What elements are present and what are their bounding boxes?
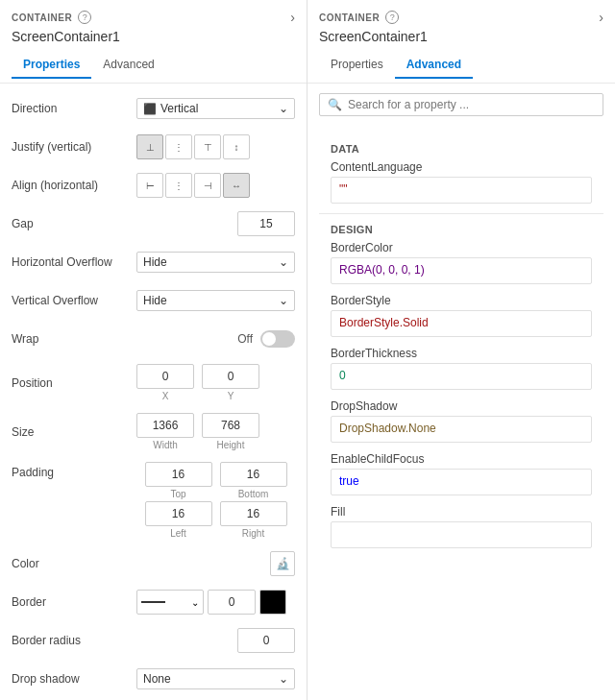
content-language-label: ContentLanguage — [331, 160, 592, 174]
align-btn-4[interactable]: ↔ — [223, 173, 250, 198]
border-style-value[interactable]: BorderStyle.Solid — [331, 310, 592, 337]
border-style-text: BorderStyle.Solid — [339, 316, 429, 329]
justify-btn-2[interactable]: ⋮ — [165, 134, 192, 159]
section-divider-1 — [319, 213, 603, 214]
right-panel-title: ScreenContainer1 — [319, 29, 603, 44]
padding-top-field: Top — [145, 462, 212, 499]
size-row: Size Width Height — [12, 413, 295, 450]
size-height-input[interactable] — [202, 413, 259, 438]
fill-value[interactable] — [331, 521, 592, 548]
drop-shadow-select[interactable]: None ⌄ — [136, 668, 295, 689]
left-help-icon[interactable]: ? — [78, 11, 91, 24]
border-color-swatch[interactable] — [259, 590, 286, 615]
padding-top-input[interactable] — [145, 462, 212, 487]
color-row: Color 🔬 — [12, 550, 295, 577]
tab-properties-left[interactable]: Properties — [12, 52, 91, 79]
padding-bottom-label: Bottom — [238, 489, 269, 499]
tab-advanced-right[interactable]: Advanced — [395, 52, 473, 79]
direction-chevron-icon: ⌄ — [279, 102, 288, 115]
eyedropper-button[interactable]: 🔬 — [270, 551, 295, 576]
gap-input[interactable] — [237, 211, 295, 236]
left-chevron-icon[interactable]: › — [290, 10, 295, 25]
color-control: 🔬 — [136, 551, 295, 576]
enable-child-focus-field: EnableChildFocus true — [331, 452, 592, 495]
size-control: Width Height — [136, 413, 295, 450]
padding-bottom-input[interactable] — [220, 462, 287, 487]
border-label: Border — [12, 595, 136, 609]
drop-shadow-field-label: DropShadow — [331, 399, 592, 413]
wrap-control: Off — [136, 330, 295, 348]
v-overflow-control: Hide ⌄ — [136, 290, 295, 311]
position-y-input[interactable] — [202, 364, 259, 389]
border-color-value[interactable]: RGBA(0, 0, 0, 1) — [331, 257, 592, 284]
padding-bottom-field: Bottom — [220, 462, 287, 499]
gap-row: Gap — [12, 210, 295, 237]
border-thickness-text: 0 — [339, 369, 346, 382]
h-overflow-chevron-icon: ⌄ — [279, 255, 288, 269]
content-language-value[interactable]: "" — [331, 177, 592, 204]
border-style-select[interactable]: ⌄ — [136, 590, 204, 615]
border-radius-row: Border radius — [12, 627, 295, 654]
design-section-header: DESIGN — [319, 218, 603, 241]
v-overflow-value: Hide — [143, 294, 167, 307]
direction-row: Direction ⬛ Vertical ⌄ — [12, 95, 295, 122]
justify-btn-1[interactable]: ⊥ — [136, 134, 163, 159]
drop-shadow-field: DropShadow DropShadow.None — [331, 399, 592, 443]
drop-shadow-label: Drop shadow — [12, 672, 136, 686]
position-x-label: X — [162, 391, 169, 401]
right-help-icon[interactable]: ? — [385, 11, 399, 24]
justify-btn-3[interactable]: ⊤ — [194, 134, 221, 159]
padding-right-field: Right — [220, 501, 287, 539]
padding-right-input[interactable] — [220, 501, 287, 526]
size-width-field: Width — [136, 413, 194, 450]
align-btn-group: ⊢ ⋮ ⊣ ↔ — [136, 173, 250, 198]
align-label: Align (horizontal) — [12, 179, 136, 192]
border-radius-input[interactable] — [237, 628, 295, 653]
position-control: X Y — [136, 364, 295, 401]
size-label: Size — [12, 425, 136, 439]
wrap-toggle-label: Off — [237, 332, 253, 346]
position-label: Position — [12, 376, 136, 390]
padding-sides-row: Left Right — [136, 501, 295, 539]
tab-advanced-left[interactable]: Advanced — [91, 52, 165, 79]
tab-properties-right[interactable]: Properties — [319, 52, 395, 79]
align-control: ⊢ ⋮ ⊣ ↔ — [136, 173, 295, 198]
size-width-label: Width — [153, 440, 178, 450]
padding-top-row: Top Bottom — [136, 462, 295, 499]
color-label: Color — [12, 557, 136, 570]
v-overflow-select[interactable]: Hide ⌄ — [136, 290, 295, 311]
drop-shadow-row: Drop shadow None ⌄ — [12, 665, 295, 692]
drop-shadow-field-value[interactable]: DropShadow.None — [331, 416, 592, 443]
border-row: Border ⌄ — [12, 589, 295, 616]
align-btn-1[interactable]: ⊢ — [136, 173, 163, 198]
enable-child-focus-text: true — [339, 474, 359, 488]
eyedropper-icon: 🔬 — [276, 557, 290, 570]
left-panel-label: CONTAINER — [12, 12, 72, 23]
h-overflow-row: Horizontal Overflow Hide ⌄ — [12, 249, 295, 276]
justify-btn-4[interactable]: ↕ — [223, 134, 250, 159]
enable-child-focus-value[interactable]: true — [331, 469, 592, 495]
border-radius-label: Border radius — [12, 634, 136, 647]
border-style-field: BorderStyle BorderStyle.Solid — [331, 294, 592, 337]
padding-row: Padding Top Bottom — [12, 462, 295, 539]
right-panel-label: CONTAINER — [319, 12, 380, 23]
direction-value: Vertical — [160, 102, 198, 115]
border-width-input[interactable] — [208, 590, 256, 615]
padding-left-input[interactable] — [145, 501, 212, 526]
position-x-input[interactable] — [136, 364, 194, 389]
right-chevron-icon[interactable]: › — [599, 10, 603, 25]
direction-select[interactable]: ⬛ Vertical ⌄ — [136, 98, 295, 119]
search-input[interactable] — [348, 98, 595, 111]
fill-label: Fill — [331, 505, 592, 519]
border-control: ⌄ — [136, 590, 295, 615]
wrap-toggle[interactable] — [260, 330, 295, 348]
align-btn-3[interactable]: ⊣ — [194, 173, 221, 198]
align-btn-2[interactable]: ⋮ — [165, 173, 192, 198]
left-panel: CONTAINER ? › ScreenContainer1 Propertie… — [0, 0, 308, 700]
border-thickness-value[interactable]: 0 — [331, 363, 592, 390]
size-grid: Width Height — [136, 413, 295, 450]
h-overflow-select[interactable]: Hide ⌄ — [136, 252, 295, 273]
h-overflow-control: Hide ⌄ — [136, 252, 295, 273]
padding-grid: Top Bottom Left — [136, 462, 295, 539]
size-width-input[interactable] — [136, 413, 194, 438]
